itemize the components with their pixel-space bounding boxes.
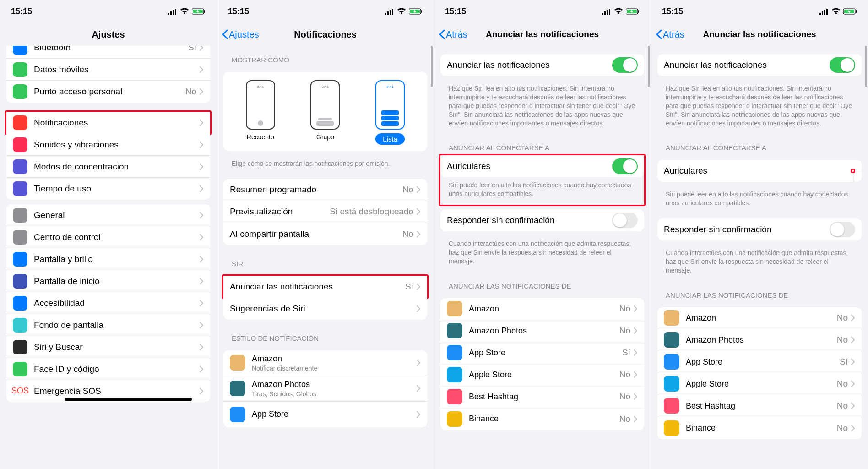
- headphones-toggle[interactable]: [612, 158, 638, 174]
- screen-notifications: 15:15 Ajustes Notificaciones MOSTRAR COM…: [217, 0, 434, 469]
- chevron-right-icon: [416, 186, 421, 193]
- row-reply[interactable]: Responder sin confirmación: [440, 209, 644, 231]
- chevron-right-icon: [416, 385, 421, 392]
- show-as-group[interactable]: 9:41 Grupo: [310, 80, 340, 145]
- centro-control-icon: [13, 230, 27, 245]
- app-label: Amazon Photos: [686, 335, 837, 345]
- chevron-right-icon: [633, 371, 638, 378]
- row-previs[interactable]: PrevisualizaciónSi está desbloqueado: [223, 201, 427, 223]
- chevron-right-icon: [416, 359, 421, 366]
- section-header-apps: ANUNCIAR LAS NOTIFICACIONES DE: [440, 272, 644, 294]
- apps-group: AmazonNoAmazon PhotosNoApp StoreSíApple …: [440, 298, 644, 430]
- app-row-apple-store[interactable]: Apple StoreNo: [440, 364, 644, 386]
- app-row-app-store[interactable]: App StoreSí: [657, 351, 862, 373]
- row-announce-main[interactable]: Anunciar las notificaciones: [440, 54, 644, 76]
- wifi-icon: [831, 8, 841, 15]
- sos-icon: SOS: [13, 384, 27, 398]
- nav-bar: Atrás Anunciar las notificaciones: [434, 23, 651, 46]
- highlight-announce: Anunciar las notificacionesSí: [222, 274, 429, 299]
- tiempo-uso-icon: [13, 181, 27, 196]
- chevron-right-icon: [199, 344, 204, 351]
- battery-charging-icon: [192, 8, 206, 15]
- row-faceid[interactable]: Face ID y código: [6, 358, 210, 380]
- row-concentracion[interactable]: Modos de concentración: [6, 156, 210, 178]
- app-row-app-store[interactable]: App StoreSí: [440, 342, 644, 364]
- row-headphones[interactable]: Auriculares: [440, 155, 644, 177]
- wifi-icon: [180, 8, 189, 15]
- chevron-left-icon: [439, 29, 445, 39]
- signal-icon: [602, 8, 611, 15]
- app-row-best-hashtag[interactable]: Best HashtagNo: [440, 386, 644, 408]
- chevron-right-icon: [851, 358, 855, 365]
- reply-toggle[interactable]: [612, 213, 638, 228]
- chevron-right-icon: [416, 411, 421, 418]
- row-punto-acceso[interactable]: Punto acceso personalNo: [6, 81, 210, 103]
- app-row-binance[interactable]: BinanceNo: [657, 417, 862, 439]
- app-row-amazon[interactable]: AmazonNotificar discretamente: [223, 350, 427, 376]
- app-row-amazon[interactable]: AmazonNo: [657, 307, 862, 329]
- row-sonidos[interactable]: Sonidos y vibraciones: [6, 134, 210, 156]
- siri-group-cont: Sugerencias de Siri: [223, 298, 427, 320]
- app-label: Apple Store: [686, 379, 837, 389]
- punto-acceso-icon: [13, 84, 27, 99]
- svg-rect-17: [609, 9, 610, 15]
- row-announce-main[interactable]: Anunciar las notificaciones: [657, 54, 862, 76]
- show-as-count[interactable]: 9:41 Recuento: [246, 80, 275, 145]
- row-datos-moviles[interactable]: Datos móviles: [6, 59, 210, 81]
- row-general[interactable]: General: [6, 204, 210, 226]
- row-label: Modos de concentración: [34, 162, 199, 172]
- app-row-amazon[interactable]: AmazonNo: [440, 298, 644, 320]
- row-resumen[interactable]: Resumen programadoNo: [223, 179, 427, 201]
- row-reply[interactable]: Responder sin confirmación: [657, 218, 862, 240]
- chevron-right-icon: [199, 141, 204, 148]
- row-bluetooth[interactable]: BluetoothSí: [6, 46, 210, 59]
- row-anunciar[interactable]: Anunciar las notificacionesSí: [223, 276, 427, 298]
- back-button[interactable]: Ajustes: [222, 29, 259, 40]
- row-pantalla-inicio[interactable]: Pantalla de inicio: [6, 270, 210, 292]
- battery-charging-icon: [843, 8, 857, 15]
- apps-group: AmazonNoAmazon PhotosNoApp StoreSíApple …: [657, 307, 862, 439]
- row-accesibilidad[interactable]: Accesibilidad: [6, 292, 210, 314]
- siri-group-wrapper: Anunciar las notificacionesSíSugerencias…: [223, 276, 427, 320]
- app-label: Apple Store: [469, 370, 619, 380]
- chevron-right-icon: [416, 305, 421, 312]
- back-label: Atrás: [446, 29, 467, 40]
- app-label: App Store: [469, 348, 622, 358]
- row-compartir[interactable]: Al compartir pantallaNo: [223, 223, 427, 245]
- show-as-list[interactable]: 9:41 Lista: [375, 80, 405, 145]
- app-row-amazon-photos[interactable]: Amazon PhotosTiras, Sonidos, Globos: [223, 376, 427, 402]
- row-centro-control[interactable]: Centro de control: [6, 226, 210, 248]
- row-headphones[interactable]: Auriculares: [657, 160, 862, 182]
- app-row-app-store[interactable]: App Store: [223, 402, 427, 427]
- app-row-amazon-photos[interactable]: Amazon PhotosNo: [657, 329, 862, 351]
- chevron-right-icon: [851, 380, 855, 387]
- app-icon-app-store: [447, 345, 462, 360]
- row-pantalla-brillo[interactable]: Pantalla y brillo: [6, 248, 210, 270]
- chevron-right-icon: [633, 349, 638, 356]
- app-row-best-hashtag[interactable]: Best HashtagNo: [657, 395, 862, 417]
- reply-toggle[interactable]: [830, 222, 855, 237]
- back-button[interactable]: Atrás: [439, 29, 467, 40]
- chevron-right-icon: [199, 387, 204, 395]
- app-icon-apple-store: [664, 376, 679, 392]
- row-tiempo-uso[interactable]: Tiempo de uso: [6, 178, 210, 200]
- accesibilidad-icon: [13, 296, 27, 311]
- app-value: No: [837, 379, 848, 389]
- row-sugerencias[interactable]: Sugerencias de Siri: [223, 298, 427, 320]
- app-row-binance[interactable]: BinanceNo: [440, 408, 644, 430]
- scrollbar[interactable]: [865, 46, 867, 87]
- app-row-amazon-photos[interactable]: Amazon PhotosNo: [440, 320, 644, 342]
- row-fondo-pantalla[interactable]: Fondo de pantalla: [6, 314, 210, 336]
- announce-toggle[interactable]: [612, 57, 638, 73]
- scrollbar[interactable]: [431, 46, 433, 87]
- announce-toggle[interactable]: [830, 57, 855, 73]
- signal-icon: [819, 8, 829, 15]
- row-siri-buscar[interactable]: Siri y Buscar: [6, 336, 210, 358]
- row-notificaciones[interactable]: Notificaciones: [6, 112, 210, 134]
- scrollbar[interactable]: [648, 46, 650, 87]
- back-button[interactable]: Atrás: [656, 29, 684, 40]
- app-value: No: [837, 313, 848, 323]
- app-row-apple-store[interactable]: Apple StoreNo: [657, 373, 862, 395]
- app-icon-binance: [447, 411, 462, 427]
- highlight-headphones: AuricularesSiri puede leer en alto las n…: [439, 154, 646, 206]
